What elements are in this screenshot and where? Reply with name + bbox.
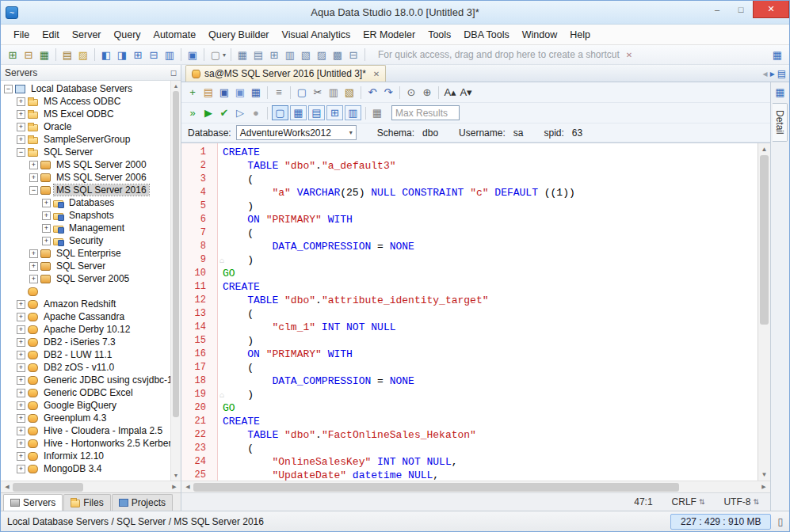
scroll-thumb[interactable] [193,483,679,492]
hint-close-icon[interactable]: ✕ [626,51,632,59]
open-in-tab-icon[interactable]: ▣ [185,47,200,63]
tree-item-oracle[interactable]: +Oracle [1,120,170,133]
find-icon[interactable]: ⊙ [403,85,419,101]
undock-panel-icon[interactable]: ◻ [170,68,177,77]
expand-icon[interactable]: + [17,414,25,423]
menu-file[interactable]: File [7,26,36,44]
window-grid-icon[interactable]: ▥ [162,47,177,63]
results-form-icon[interactable]: ▥ [282,47,298,63]
tree-item-local-database-servers[interactable]: −Local Database Servers [1,82,170,95]
code-line[interactable]: GO [223,267,758,280]
expand-icon[interactable]: + [17,313,25,321]
results-compare-icon[interactable]: ▩ [330,47,345,63]
tree-item-hive-cloudera-impala-2-5[interactable]: +Hive - Cloudera - Impala 2.5 [1,424,170,437]
scroll-right-icon[interactable]: ▶ [758,482,769,492]
toolbar-overflow-icon[interactable]: ▦ [769,47,785,63]
result-text-mode-icon[interactable]: ▤ [308,105,325,120]
results-pivot-icon[interactable]: ⊞ [266,47,282,63]
menu-edit[interactable]: Edit [36,26,66,44]
expand-icon[interactable]: + [42,224,51,233]
tree-vertical-scrollbar[interactable]: ▲ ▼ [170,81,181,481]
scroll-track[interactable] [758,155,770,469]
tree-item-snapshots[interactable]: +Snapshots [1,209,170,222]
register-server-icon[interactable]: ⊞ [5,47,21,63]
save-as-icon[interactable]: ▣ [232,85,248,101]
expand-icon[interactable]: + [42,211,51,220]
sidebar-tab-servers[interactable]: Servers [3,494,63,511]
tree-item-db2-iseries-7-3[interactable]: +DB2 - iSeries 7.3 [1,336,170,348]
cut-icon[interactable]: ✂ [310,85,326,101]
expand-icon[interactable]: + [17,123,25,131]
tree-item-sql-enterprise[interactable]: +SQL Enterprise [1,247,170,260]
tree-item-generic-odbc-excel[interactable]: +Generic ODBC Excel [1,386,170,399]
expand-icon[interactable]: + [17,465,25,473]
server-properties-icon[interactable]: ⊟ [21,47,36,63]
menu-query-builder[interactable]: Query Builder [202,26,275,44]
results-text-icon[interactable]: ▤ [250,47,266,63]
tree-item-unnamed[interactable] [1,285,170,298]
window-cascade-icon[interactable]: ⊟ [146,47,162,63]
scroll-down-icon[interactable]: ▼ [758,469,770,481]
database-select[interactable]: AdventureWorks2012 ▾ [236,125,357,140]
expand-icon[interactable]: + [42,199,51,207]
maximize-button[interactable]: □ [729,1,753,18]
undo-icon[interactable]: ↶ [364,85,380,101]
editor-horizontal-scrollbar[interactable]: ◀ ▶ [181,481,770,492]
code-line[interactable]: "clm_1" INT NOT NULL [223,321,758,334]
code-line[interactable]: ⌂ ) [223,388,758,401]
code-line[interactable]: DATA_COMPRESSION = NONE [223,374,758,388]
scroll-track[interactable] [171,91,181,470]
menu-visual-analytics[interactable]: Visual Analytics [276,26,357,44]
code-line[interactable]: ) [223,334,758,348]
scroll-left-icon[interactable]: ◀ [2,482,13,492]
scroll-thumb[interactable] [13,483,83,492]
execute-all-icon[interactable]: » [185,105,200,121]
redo-icon[interactable]: ↷ [380,85,396,101]
new-document-icon[interactable]: ▢ [208,47,223,63]
tree-horizontal-scrollbar[interactable]: ◀ ▶ [1,481,181,492]
tab-list-icon[interactable]: ▤ [777,68,786,79]
tree-item-amazon-redshift[interactable]: +Amazon Redshift [1,298,170,310]
menu-help[interactable]: Help [563,26,597,44]
tree-item-ms-access-odbc[interactable]: +MS Access ODBC [1,95,170,108]
prev-tab-icon[interactable]: ◂ [763,68,768,79]
expand-icon[interactable]: + [17,376,25,385]
expand-icon[interactable]: + [17,110,25,119]
font-increase-icon[interactable]: A▴ [442,85,458,101]
tree-item-security[interactable]: +Security [1,234,170,247]
open-file-icon[interactable]: ▤ [200,85,216,101]
code-line[interactable]: "a" VARCHAR(25) NULL CONSTRAINT "c" DEFA… [223,186,758,200]
tree-item-db2-zos-v11-0[interactable]: +DB2 zOS - v11.0 [1,361,170,374]
print-icon[interactable]: ≡ [271,85,287,101]
code-line[interactable]: ( [223,307,758,321]
encoding-selector[interactable]: UTF-8 ⇅ [723,496,759,507]
tree-item-ms-excel-odbc[interactable]: +MS Excel ODBC [1,108,170,120]
expand-icon[interactable]: + [17,325,25,334]
menu-query[interactable]: Query [108,26,147,44]
record-macro-icon[interactable]: ● [248,105,264,121]
memory-usage[interactable]: 227 : 429 : 910 MB [670,514,771,530]
result-grid-mode-icon[interactable]: ▦ [290,105,307,120]
tree-item-apache-derby-10-12[interactable]: +Apache Derby 10.12 [1,323,170,336]
save-all-icon[interactable]: ▦ [248,85,264,101]
result-pivot-mode-icon[interactable]: ⊞ [326,105,343,120]
tree-item-ms-sql-server-2016[interactable]: −MS SQL Server 2016 [1,184,170,196]
tab-close-icon[interactable]: ✕ [373,70,380,78]
scroll-thumb[interactable] [173,91,179,417]
code-line[interactable]: TABLE "dbo"."a_default3" [223,159,758,173]
save-file-icon[interactable]: ▣ [216,85,232,101]
new-document-dropdown-icon[interactable]: ▾ [223,51,226,59]
max-rows-grid-icon[interactable]: ▦ [369,105,385,121]
code-line[interactable]: ( [223,173,758,186]
execute-statement-icon[interactable]: ▶ [200,105,216,121]
tree-item-generic-jdbc-using-csvjdbc-1-0[interactable]: +Generic JDBC using csvjdbc-1.0 [1,374,170,386]
expand-icon[interactable]: + [29,249,38,258]
code-line[interactable]: ON "PRIMARY" WITH [223,213,758,226]
tree-item-hive-hortonworks-2-5-kerberos[interactable]: +Hive - Hortonworks 2.5 Kerberos [1,437,170,450]
tab-query-window[interactable]: sa@MS SQL Server 2016 [Untitled 3]* ✕ [185,65,386,82]
window-tile-icon[interactable]: ⊞ [130,47,146,63]
connect-server-icon[interactable]: ▦ [36,47,52,63]
expand-icon[interactable]: + [17,401,25,410]
scroll-left-icon[interactable]: ◀ [182,482,193,492]
tree-item-ms-sql-server-2006[interactable]: +MS SQL Server 2006 [1,171,170,184]
